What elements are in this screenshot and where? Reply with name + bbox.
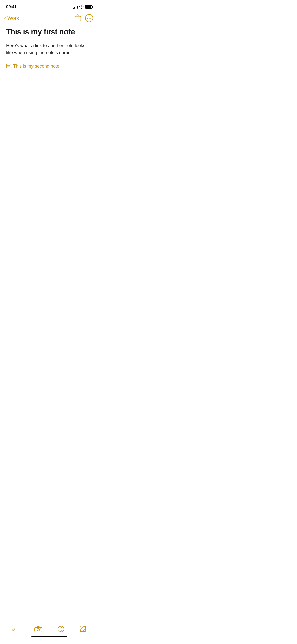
- dot-2: [89, 18, 90, 19]
- chevron-left-icon: ‹: [4, 15, 6, 21]
- back-label: Work: [7, 15, 19, 21]
- dot-3: [90, 18, 91, 19]
- note-link[interactable]: This is my second note: [6, 63, 92, 69]
- more-button[interactable]: [85, 14, 93, 22]
- ellipsis-circle-icon: [85, 14, 93, 22]
- status-icons: [73, 5, 92, 9]
- share-icon: [75, 14, 81, 22]
- back-button[interactable]: ‹ Work: [4, 15, 19, 21]
- status-time: 09:41: [6, 4, 17, 9]
- share-button[interactable]: [75, 14, 81, 22]
- note-link-text: This is my second note: [13, 63, 59, 69]
- nav-bar: ‹ Work: [0, 12, 98, 25]
- signal-icon: [73, 5, 78, 9]
- note-body: Here’s what a link to another note looks…: [6, 42, 92, 56]
- status-bar: 09:41: [0, 0, 98, 12]
- battery-icon: [85, 5, 92, 9]
- note-title: This is my first note: [6, 27, 92, 36]
- note-content: This is my first note Here’s what a link…: [0, 25, 98, 75]
- note-link-icon: [6, 64, 11, 68]
- dot-1: [87, 18, 88, 19]
- nav-actions: [75, 14, 93, 22]
- wifi-icon: [79, 5, 84, 9]
